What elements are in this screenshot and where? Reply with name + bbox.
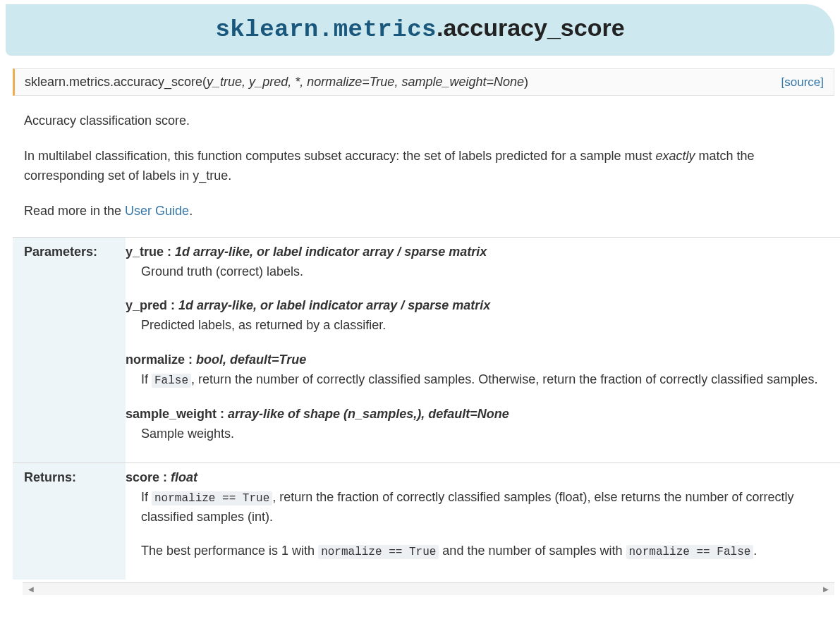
title-name: accuracy_score (443, 14, 624, 41)
parameters-header: Parameters: (13, 237, 126, 463)
function-signature: sklearn.metrics.accuracy_score(y_true, y… (13, 68, 834, 96)
signature-params: y_true, y_pred, *, normalize=True, sampl… (207, 75, 524, 89)
param-normalize: normalize : bool, default=True If False,… (126, 353, 833, 390)
returns-row: Returns: score : float If normalize == T… (13, 463, 840, 580)
signature-text: sklearn.metrics.accuracy_score(y_true, y… (25, 75, 528, 90)
description: Accuracy classification score. In multil… (24, 111, 832, 221)
desc-p3: Read more in the User Guide. (24, 202, 832, 221)
field-list: Parameters: y_true : 1d array-like, or l… (13, 237, 840, 580)
page-title: sklearn.metrics.accuracy_score (20, 14, 820, 43)
user-guide-link[interactable]: User Guide (125, 204, 189, 218)
param-y-true: y_true : 1d array-like, or label indicat… (126, 245, 833, 282)
page-title-banner: sklearn.metrics.accuracy_score (6, 4, 834, 56)
scroll-left-icon[interactable]: ◀ (28, 585, 34, 593)
title-module: sklearn.metrics (215, 16, 437, 43)
parameters-row: Parameters: y_true : 1d array-like, or l… (13, 237, 840, 463)
source-link[interactable]: [source] (781, 75, 824, 90)
returns-header: Returns: (13, 463, 126, 580)
param-sample-weight: sample_weight : array-like of shape (n_s… (126, 407, 833, 444)
horizontal-scrollbar[interactable]: ◀ ▶ (23, 582, 834, 595)
desc-p2: In multilabel classification, this funct… (24, 147, 832, 186)
param-y-pred: y_pred : 1d array-like, or label indicat… (126, 298, 833, 336)
parameters-cell: y_true : 1d array-like, or label indicat… (126, 237, 840, 463)
return-score: score : float If normalize == True, retu… (126, 470, 833, 561)
signature-prefix: sklearn.metrics.accuracy_score (25, 75, 202, 89)
desc-p1: Accuracy classification score. (24, 111, 832, 131)
returns-cell: score : float If normalize == True, retu… (126, 463, 840, 580)
scroll-right-icon[interactable]: ▶ (823, 585, 829, 593)
